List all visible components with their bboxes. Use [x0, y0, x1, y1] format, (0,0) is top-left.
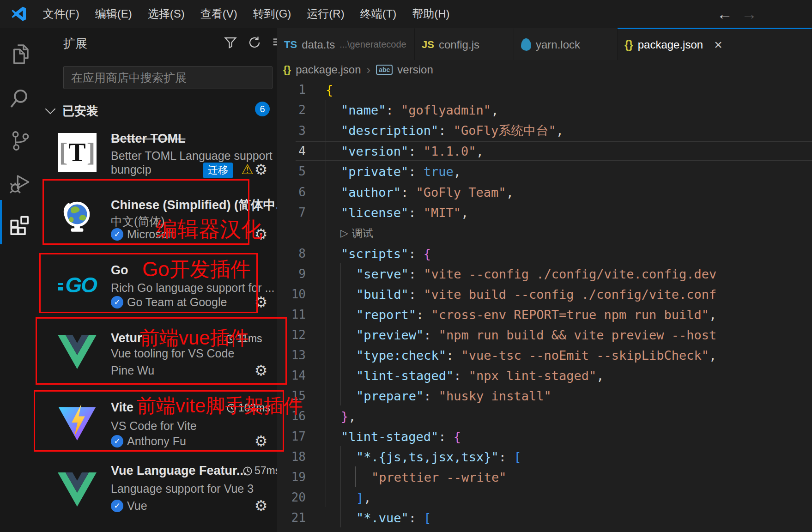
installed-section-header[interactable]: 已安装 6 [39, 100, 277, 121]
explorer-icon[interactable] [8, 42, 32, 66]
menu-item-5[interactable]: 运行(R) [299, 4, 352, 24]
gear-icon[interactable]: ⚙ [253, 162, 269, 177]
menu-item-0[interactable]: 文件(F) [35, 4, 87, 24]
line-number: 9 [277, 267, 306, 281]
symbol-string-icon: abc [376, 65, 393, 75]
tab-label: package.json [638, 38, 703, 51]
code-line-17: 17"lint-staged": { [277, 426, 812, 447]
code-line-7: 7"license": "MIT", [277, 202, 812, 223]
code-line-16: 16}, [277, 406, 812, 426]
extension-row-vue-language-featur-[interactable]: Vue Language Featur...57msLanguage suppo… [39, 457, 277, 524]
menu-item-3[interactable]: 查看(V) [193, 4, 245, 24]
code-line-9: 9"serve": "vite --config ./config/vite.c… [277, 264, 812, 284]
editor-group: TSdata.ts...\generatecodeJSconfig.jsyarn… [277, 28, 812, 532]
extension-name: Vue Language Featur... [111, 464, 247, 478]
code-line-2: 2"name": "goflyadmin", [277, 100, 812, 120]
menu-item-6[interactable]: 终端(T) [352, 4, 405, 24]
menu-item-4[interactable]: 转到(G) [245, 4, 299, 24]
gear-icon[interactable]: ⚙ [253, 498, 269, 514]
codelens-debug[interactable]: ▷ 调试 [340, 223, 373, 243]
line-number: 2 [277, 103, 306, 117]
json-file-icon: {} [624, 38, 633, 51]
tab-yarn.lock[interactable]: yarn.lock [514, 28, 618, 60]
code-line-3: 3"description": "GoFly系统中台", [277, 121, 812, 141]
code-line-6: 6"author": "GoFly Team", [277, 182, 812, 202]
close-icon[interactable]: × [714, 37, 722, 53]
code-line-1: 1{ [277, 79, 812, 100]
installed-label: 已安装 [62, 103, 98, 119]
tab-label: config.js [439, 38, 479, 51]
line-number: 21 [277, 511, 306, 525]
code-line-8: 8"scripts": { [277, 243, 812, 264]
search-icon[interactable] [8, 86, 32, 110]
code-line-14: 14"lint-staged": "npx lint-staged", [277, 365, 812, 386]
line-number: 3 [277, 124, 306, 138]
verified-badge-icon: ✓ [111, 500, 123, 512]
code-line-20: 20], [277, 487, 812, 508]
js-file-icon: JS [422, 39, 434, 51]
yarn-icon [521, 38, 531, 51]
code-line-10: 10"build": "vite build --config ./config… [277, 284, 812, 304]
activation-time: 57ms [242, 465, 277, 477]
source-control-icon[interactable] [8, 129, 32, 153]
tab-label: yarn.lock [536, 38, 580, 51]
extensions-icon[interactable] [8, 214, 32, 238]
breadcrumb-file[interactable]: package.json [296, 63, 361, 76]
annotation-text-vite: 前端vite脚手架插件 [137, 393, 303, 419]
clear-list-icon[interactable] [270, 34, 277, 51]
extension-icon-toml: [T] [58, 133, 97, 172]
line-number: 7 [277, 206, 306, 219]
play-icon: ▷ [340, 227, 348, 239]
extension-publisher: ✓Vue [111, 499, 147, 513]
panel-title: 扩展 [63, 36, 87, 52]
line-number: 19 [277, 470, 306, 484]
run-debug-icon[interactable] [8, 172, 32, 196]
code-line-5: 5"private": true, [277, 161, 812, 181]
extension-name: Better TOML [111, 132, 186, 146]
code-editor[interactable]: ▷ 调试 1{2"name": "goflyadmin",3"descripti… [277, 79, 812, 532]
installed-count-badge: 6 [255, 102, 270, 116]
tab-config.js[interactable]: JSconfig.js [415, 28, 514, 60]
code-line-13: 13"type:check": "vue-tsc --noEmit --skip… [277, 345, 812, 365]
tab-detail: ...\generatecode [339, 39, 406, 50]
vscode-logo-icon [10, 5, 28, 23]
tab-bar: TSdata.ts...\generatecodeJSconfig.jsyarn… [277, 28, 812, 60]
tab-data.ts[interactable]: TSdata.ts...\generatecode [277, 28, 415, 60]
title-bar: 文件(F)编辑(E)选择(S)查看(V)转到(G)运行(R)终端(T)帮助(H)… [0, 0, 812, 28]
extension-description: Language support for Vue 3 [111, 482, 254, 496]
line-number: 4 [277, 144, 306, 158]
extension-row-better-toml[interactable]: [T]Better TOMLBetter TOML Language suppo… [39, 131, 277, 181]
extension-description: Better TOML Language support [111, 149, 273, 163]
code-line-21: 21"*.vue": [ [277, 508, 812, 528]
search-input[interactable] [64, 66, 272, 89]
nav-back-button[interactable]: ← [717, 0, 733, 28]
activity-bar [0, 28, 39, 532]
line-number: 18 [277, 450, 306, 464]
nav-forward-button[interactable]: → [741, 0, 757, 28]
annotation-text-chinese: 编辑器汉化 [156, 215, 262, 244]
breadcrumb: {} package.json › abc version [277, 60, 812, 79]
menu-item-7[interactable]: 帮助(H) [404, 4, 457, 24]
refresh-icon[interactable] [246, 34, 263, 51]
active-view-indicator [0, 200, 2, 244]
breadcrumb-symbol[interactable]: version [397, 63, 433, 76]
code-line-12: 12"preview": "npm run build && vite prev… [277, 325, 812, 345]
json-file-icon: {} [283, 64, 291, 76]
panel-header: 扩展 ··· [39, 28, 277, 56]
code-line-4: 4"version": "1.1.0", [277, 141, 812, 161]
tab-package.json[interactable]: {}package.json× [618, 28, 812, 60]
line-number: 20 [277, 490, 306, 504]
menu-item-2[interactable]: 选择(S) [140, 4, 193, 24]
codelens-label: 调试 [352, 226, 373, 241]
filter-icon[interactable] [222, 34, 239, 51]
line-number: 6 [277, 185, 306, 199]
line-number: 1 [277, 83, 306, 97]
code-line-11: 11"report": "cross-env REPORT=true npm r… [277, 304, 812, 325]
migrate-badge[interactable]: 迁移 [203, 163, 233, 178]
breadcrumb-separator: › [367, 63, 371, 77]
line-number: 10 [277, 287, 306, 301]
line-number: 5 [277, 164, 306, 178]
menu-item-1[interactable]: 编辑(E) [87, 4, 140, 24]
annotation-text-go: Go开发插件 [142, 256, 251, 283]
chevron-down-icon [45, 104, 56, 115]
